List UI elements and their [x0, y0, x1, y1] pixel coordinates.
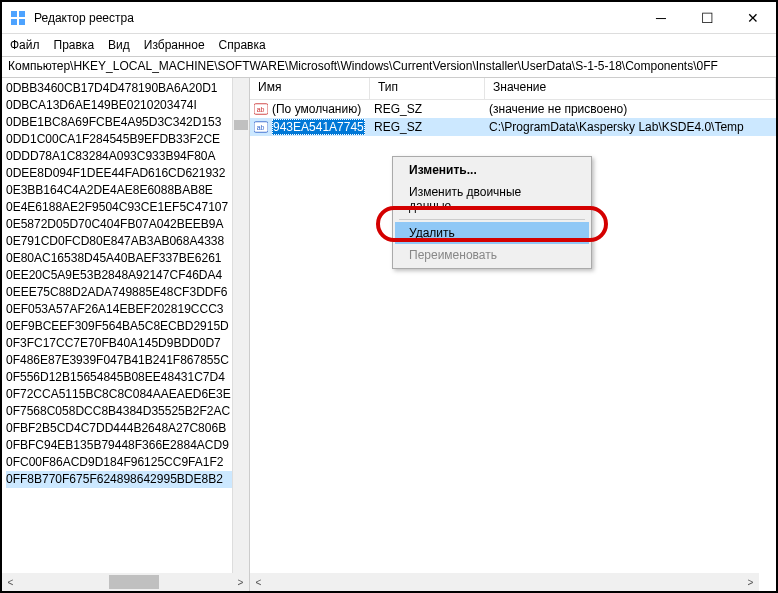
tree-item[interactable]: 0E4E6188AE2F9504C93CE1EF5C47107	[6, 199, 245, 216]
tree-item[interactable]: 0EF9BCEEF309F564BA5C8ECBD2915D	[6, 318, 245, 335]
tree-item[interactable]: 0FC00F86ACD9D184F96125CC9FA1F2	[6, 454, 245, 471]
tree-item[interactable]: 0FBFC94EB135B79448F366E2884ACD9	[6, 437, 245, 454]
context-modify-binary[interactable]: Изменить двоичные данные...	[395, 181, 589, 217]
value-type: REG_SZ	[370, 120, 485, 134]
tree-item[interactable]: 0DBCA13D6AE149BE0210203474I	[6, 97, 245, 114]
context-delete[interactable]: Удалить	[395, 222, 589, 244]
value-name: 943EA541A7745	[272, 119, 365, 135]
window-title: Редактор реестра	[34, 11, 638, 25]
tree-item[interactable]: 0F556D12B15654845B08EE48431C7D4	[6, 369, 245, 386]
menu-view[interactable]: Вид	[108, 38, 130, 52]
tree-vertical-scrollbar[interactable]	[232, 78, 249, 573]
tree-item[interactable]: 0F3FC17CC7E70FB40A145D9BDD0D7	[6, 335, 245, 352]
title-bar: Редактор реестра ─ ☐ ✕	[2, 2, 776, 34]
column-name[interactable]: Имя	[250, 78, 370, 99]
menu-bar: Файл Правка Вид Избранное Справка	[2, 34, 776, 56]
tree-item[interactable]: 0E791CD0FCD80E847AB3AB068A4338	[6, 233, 245, 250]
reg-string-icon: ab	[254, 102, 268, 116]
svg-text:ab: ab	[257, 106, 265, 113]
close-button[interactable]: ✕	[730, 2, 776, 33]
tree-item[interactable]: 0DBB3460CB17D4D478190BA6A20D1	[6, 80, 245, 97]
tree-item[interactable]: 0E80AC16538D45A40BAEF337BE6261	[6, 250, 245, 267]
tree-item[interactable]: 0E3BB164C4A2DE4AE8E6088BAB8E	[6, 182, 245, 199]
tree-item[interactable]: 0DEE8D094F1DEE44FAD616CD621932	[6, 165, 245, 182]
column-value[interactable]: Значение	[485, 78, 776, 99]
value-row-selected[interactable]: ab 943EA541A7745 REG_SZ C:\ProgramData\K…	[250, 118, 776, 136]
column-type[interactable]: Тип	[370, 78, 485, 99]
tree-item[interactable]: 0FBF2B5CD4C7DD444B2648A27C806B	[6, 420, 245, 437]
context-rename[interactable]: Переименовать	[395, 244, 589, 266]
value-data: (значение не присвоено)	[485, 102, 776, 116]
menu-favorites[interactable]: Избранное	[144, 38, 205, 52]
values-pane: Имя Тип Значение ab (По умолчанию) REG_S…	[250, 78, 776, 591]
main-area: 0DBB3460CB17D4D478190BA6A20D10DBCA13D6AE…	[2, 78, 776, 591]
tree-item[interactable]: 0FF8B770F675F624898642995BDE8B2	[6, 471, 245, 488]
app-icon	[10, 10, 26, 26]
value-data: C:\ProgramData\Kaspersky Lab\KSDE4.0\Tem…	[485, 120, 776, 134]
tree-item[interactable]: 0DD1C00CA1F284545B9EFDB33F2CE	[6, 131, 245, 148]
tree-item[interactable]: 0F486E87E3939F047B41B241F867855C	[6, 352, 245, 369]
minimize-button[interactable]: ─	[638, 2, 684, 33]
tree-horizontal-scrollbar[interactable]: <>	[2, 573, 249, 591]
menu-help[interactable]: Справка	[219, 38, 266, 52]
tree-item[interactable]: 0EE20C5A9E53B2848A92147CF46DA4	[6, 267, 245, 284]
context-modify[interactable]: Изменить...	[395, 159, 589, 181]
tree-item[interactable]: 0EF053A57AF26A14EBEF202819CCC3	[6, 301, 245, 318]
value-name: (По умолчанию)	[272, 102, 361, 116]
tree-item[interactable]: 0EEE75C88D2ADA749885E48CF3DDF6	[6, 284, 245, 301]
value-type: REG_SZ	[370, 102, 485, 116]
menu-file[interactable]: Файл	[10, 38, 40, 52]
reg-string-icon: ab	[254, 120, 268, 134]
tree-pane: 0DBB3460CB17D4D478190BA6A20D10DBCA13D6AE…	[2, 78, 250, 591]
svg-rect-1	[19, 11, 25, 17]
tree-item[interactable]: 0DDD78A1C83284A093C933B94F80A	[6, 148, 245, 165]
context-separator	[399, 219, 585, 220]
tree-item[interactable]: 0F7568C058DCC8B4384D35525B2F2AC	[6, 403, 245, 420]
svg-rect-2	[11, 19, 17, 25]
tree-item[interactable]: 0E5872D05D70C404FB07A042BEEB9A	[6, 216, 245, 233]
values-header: Имя Тип Значение	[250, 78, 776, 100]
value-row-default[interactable]: ab (По умолчанию) REG_SZ (значение не пр…	[250, 100, 776, 118]
values-horizontal-scrollbar[interactable]: <>	[250, 573, 759, 591]
tree-item[interactable]: 0DBE1BC8A69FCBE4A95D3C342D153	[6, 114, 245, 131]
address-bar[interactable]: Компьютер\HKEY_LOCAL_MACHINE\SOFTWARE\Mi…	[2, 56, 776, 78]
svg-rect-3	[19, 19, 25, 25]
tree-item[interactable]: 0F72CCA5115BC8C8C084AAEAED6E3E	[6, 386, 245, 403]
svg-text:ab: ab	[257, 124, 265, 131]
context-menu: Изменить... Изменить двоичные данные... …	[392, 156, 592, 269]
menu-edit[interactable]: Правка	[54, 38, 95, 52]
maximize-button[interactable]: ☐	[684, 2, 730, 33]
svg-rect-0	[11, 11, 17, 17]
